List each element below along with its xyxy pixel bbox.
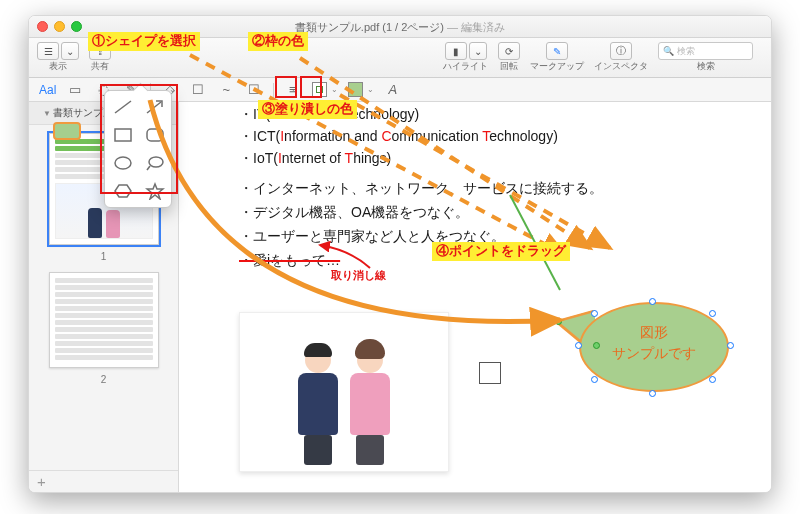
markup-button[interactable]: ✎ — [546, 42, 568, 60]
view-label: 表示 — [49, 60, 67, 73]
sidebar-toggle-button[interactable]: ☰ — [37, 42, 59, 60]
highlight-menu-button[interactable]: ⌄ — [469, 42, 487, 60]
note-button[interactable]: ☐ — [245, 82, 263, 98]
close-button[interactable] — [37, 21, 48, 32]
search-icon: 🔍 — [663, 46, 674, 56]
highlight-label: ハイライト — [443, 60, 488, 73]
stroke-color-well[interactable] — [312, 82, 327, 97]
resize-handle[interactable] — [575, 342, 582, 349]
markup-group: ✎ マークアップ — [530, 42, 584, 73]
shape-rect[interactable] — [110, 124, 136, 146]
inspector-group: ⓘ インスペクタ — [594, 42, 648, 73]
resize-handle[interactable] — [727, 342, 734, 349]
page-number: 1 — [29, 251, 178, 262]
tail-handle[interactable] — [555, 318, 562, 325]
shape-speech[interactable] — [142, 152, 168, 174]
resize-handle[interactable] — [709, 310, 716, 317]
speech-bubble-shape[interactable]: 図形サンプルです — [559, 282, 739, 412]
share-button[interactable]: ⇪ — [89, 42, 111, 60]
svg-line-0 — [115, 101, 131, 113]
font-style-button[interactable]: A⌄ — [384, 82, 402, 98]
bubble-text: 図形サンプルです — [579, 322, 729, 364]
svg-rect-2 — [115, 129, 131, 141]
title-doc: 書類サンプル.pdf — [295, 21, 379, 33]
resize-handle[interactable] — [649, 390, 656, 397]
svg-marker-7 — [115, 185, 131, 197]
shape-line[interactable] — [110, 96, 136, 118]
text-line: ・ICT(Information and Communication Techn… — [239, 128, 558, 146]
svg-line-6 — [147, 166, 150, 170]
resize-handle[interactable] — [649, 298, 656, 305]
tail-handle[interactable] — [593, 342, 600, 349]
title-pages: (1 / 2ページ) — [382, 21, 444, 33]
inspector-label: インスペクタ — [594, 60, 648, 73]
highlight-group: ▮⌄ ハイライト — [443, 42, 488, 73]
rotate-label: 回転 — [500, 60, 518, 73]
share-label: 共有 — [91, 60, 109, 73]
shape-hexagon[interactable] — [110, 180, 136, 202]
resize-handle[interactable] — [709, 376, 716, 383]
svg-rect-3 — [147, 129, 163, 141]
text-style-button[interactable]: Aal — [39, 83, 56, 97]
shape-oval[interactable] — [110, 152, 136, 174]
fill-color-well[interactable] — [348, 82, 363, 97]
woman-illustration — [350, 339, 390, 465]
zoom-menu-button[interactable]: ⌄ — [61, 42, 79, 60]
page-thumbnail-2[interactable] — [49, 272, 159, 368]
chevron-down-icon: ⌄ — [367, 85, 374, 94]
text-line: ・ユーザーと専門家など人と人をつなぐ。 — [239, 228, 505, 246]
title-edited: — 編集済み — [447, 21, 505, 33]
resize-handle[interactable] — [591, 376, 598, 383]
search-group: 🔍検索 検索 — [658, 42, 753, 73]
sidebar-add-button[interactable]: + — [29, 470, 178, 492]
inspector-button[interactable]: ⓘ — [610, 42, 632, 60]
document-canvas[interactable]: ・IT(Information Technology) ・ICT(Informa… — [179, 102, 771, 492]
sign-button[interactable]: ~ — [217, 82, 235, 98]
shape-star[interactable] — [142, 180, 168, 202]
markup-label: マークアップ — [530, 60, 584, 73]
man-illustration — [298, 343, 338, 465]
svg-line-1 — [147, 102, 161, 113]
checkbox-shape[interactable] — [479, 362, 501, 384]
view-group: ☰⌄ 表示 — [37, 42, 79, 73]
text-line: ・インターネット、ネットワーク、サービスに接続する。 — [239, 180, 603, 198]
search-label: 検索 — [697, 60, 715, 73]
illustration-image — [239, 312, 449, 472]
highlight-button[interactable]: ▮ — [445, 42, 467, 60]
rotate-button[interactable]: ⟳ — [498, 42, 520, 60]
line-weight-button[interactable]: ≡⌄ — [284, 82, 302, 98]
page-number: 2 — [29, 374, 178, 385]
svg-marker-8 — [147, 184, 163, 199]
minimize-button[interactable] — [54, 21, 65, 32]
svg-point-5 — [149, 157, 163, 167]
text-line: ・デジタル機器、OA機器をつなぐ。 — [239, 204, 469, 222]
text-tool-button[interactable]: ☐ — [189, 82, 207, 98]
shape-arrow[interactable] — [142, 96, 168, 118]
text-line-strike: ・愛iをもって… — [239, 252, 340, 270]
window-controls — [37, 21, 82, 32]
shapes-popover — [104, 90, 172, 208]
window-title: 書類サンプル.pdf (1 / 2ページ) — 編集済み — [29, 16, 771, 38]
text-line: ・IT(Information Technology) — [239, 106, 419, 124]
shape-roundrect[interactable] — [142, 124, 168, 146]
main-toolbar: ☰⌄ 表示 ⇪ 共有 ▮⌄ ハイライト ⟳ 回転 ✎ マークアップ ⓘ — [29, 38, 771, 78]
search-placeholder: 検索 — [677, 45, 695, 58]
selection-tool-button[interactable]: ▭ — [66, 82, 84, 98]
share-group: ⇪ 共有 — [89, 42, 111, 73]
titlebar: 書類サンプル.pdf (1 / 2ページ) — 編集済み — [29, 16, 771, 38]
zoom-button[interactable] — [71, 21, 82, 32]
chevron-down-icon: ⌄ — [331, 85, 338, 94]
resize-handle[interactable] — [591, 310, 598, 317]
svg-point-4 — [115, 157, 131, 169]
search-input[interactable]: 🔍検索 — [658, 42, 753, 60]
rotate-group: ⟳ 回転 — [498, 42, 520, 73]
text-line: ・IoT(Internet of Things) — [239, 150, 391, 168]
